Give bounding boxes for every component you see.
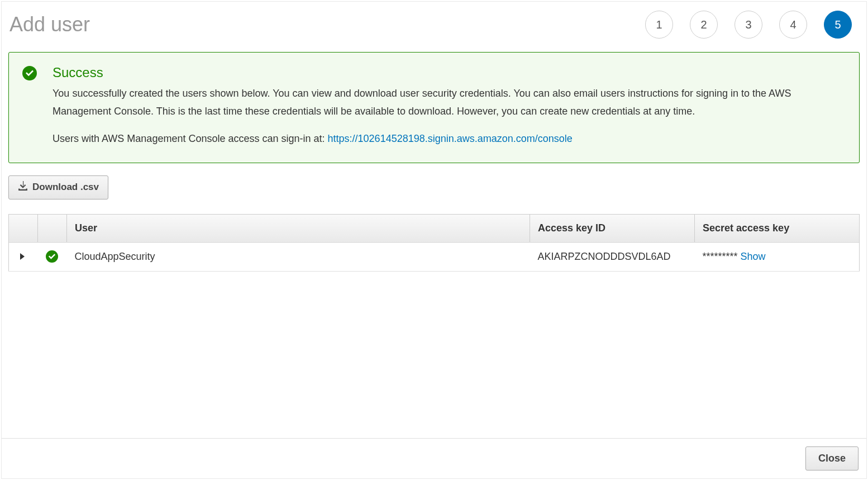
- page-title: Add user: [9, 13, 90, 36]
- download-csv-label: Download .csv: [32, 182, 99, 193]
- signin-url-link[interactable]: https://102614528198.signin.aws.amazon.c…: [328, 133, 573, 144]
- footer: Close: [2, 438, 866, 478]
- wizard-step-2[interactable]: 2: [690, 11, 718, 39]
- download-icon: [18, 181, 28, 194]
- cell-access-key-id: AKIARPZCNODDDSVDL6AD: [530, 242, 695, 271]
- success-alert: Success You successfully created the use…: [8, 52, 860, 163]
- users-table: User Access key ID Secret access key Clo: [8, 214, 860, 272]
- wizard-step-1[interactable]: 1: [645, 11, 673, 39]
- column-header-secret-access-key: Secret access key: [695, 214, 860, 242]
- column-header-status: [38, 214, 67, 242]
- show-secret-link[interactable]: Show: [741, 251, 766, 262]
- column-header-access-key-id: Access key ID: [530, 214, 695, 242]
- expand-caret-icon[interactable]: [20, 253, 25, 260]
- alert-signin-prefix: Users with AWS Management Console access…: [53, 133, 328, 144]
- alert-text: You successfully created the users shown…: [53, 85, 846, 120]
- close-button[interactable]: Close: [805, 446, 859, 471]
- wizard-step-4[interactable]: 4: [779, 11, 807, 39]
- table-row: CloudAppSecurity AKIARPZCNODDDSVDL6AD **…: [9, 242, 860, 271]
- column-header-user: User: [67, 214, 530, 242]
- alert-title: Success: [53, 65, 846, 80]
- download-csv-button[interactable]: Download .csv: [8, 175, 108, 199]
- cell-secret-masked: *********: [703, 251, 738, 262]
- success-check-icon: [22, 66, 37, 80]
- wizard-step-3[interactable]: 3: [735, 11, 762, 39]
- wizard-step-5[interactable]: 5: [824, 11, 852, 39]
- alert-signin-line: Users with AWS Management Console access…: [53, 131, 846, 147]
- wizard-steps: 1 2 3 4 5: [645, 11, 859, 39]
- cell-user: CloudAppSecurity: [67, 242, 530, 271]
- row-success-check-icon: [46, 250, 58, 263]
- column-header-expand: [9, 214, 38, 242]
